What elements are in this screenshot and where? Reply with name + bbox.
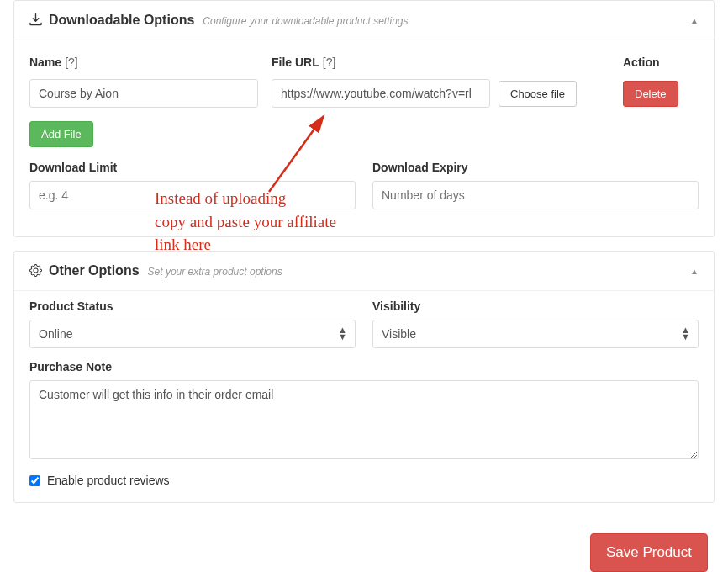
chevron-up-icon[interactable]: ▲ (690, 16, 699, 25)
gear-icon (29, 263, 42, 278)
panel-title-text: Downloadable Options (49, 13, 194, 28)
download-icon (29, 13, 42, 28)
download-limit-input[interactable] (29, 181, 356, 209)
download-expiry-label: Download Expiry (372, 161, 699, 174)
visibility-select[interactable] (372, 320, 699, 348)
help-icon[interactable]: [?] (323, 56, 336, 69)
panel-subtitle-text: Set your extra product options (148, 266, 282, 278)
downloadable-panel-header[interactable]: Downloadable Options Configure your down… (14, 1, 714, 40)
action-column-header: Action (623, 56, 660, 69)
download-limit-label: Download Limit (29, 161, 356, 174)
downloadable-panel-body: Name [?] File URL [?] Action (14, 40, 714, 236)
other-panel-header[interactable]: Other Options Set your extra product opt… (14, 252, 714, 290)
help-icon[interactable]: [?] (65, 56, 78, 69)
file-url-input[interactable] (272, 79, 490, 108)
enable-reviews-checkbox[interactable] (29, 475, 40, 486)
other-options-panel: Other Options Set your extra product opt… (13, 251, 715, 503)
name-column-header: Name (29, 56, 61, 69)
delete-button[interactable]: Delete (623, 81, 678, 107)
purchase-note-textarea[interactable] (29, 380, 699, 459)
other-panel-body: Product Status ▲▼ Visibility ▲▼ Purchase… (14, 290, 714, 502)
panel-title-text: Other Options (49, 263, 140, 278)
downloadable-options-panel: Downloadable Options Configure your down… (13, 0, 715, 237)
save-product-button[interactable]: Save Product (590, 533, 708, 572)
file-row: Choose file Delete (29, 79, 699, 116)
download-expiry-input[interactable] (372, 181, 699, 209)
file-url-column-header: File URL (272, 56, 319, 69)
panel-subtitle-text: Configure your downloadable product sett… (203, 15, 408, 27)
footer-actions: Save Product (0, 516, 728, 572)
chevron-up-icon[interactable]: ▲ (690, 267, 699, 276)
product-status-select[interactable] (29, 320, 356, 348)
purchase-note-label: Purchase Note (29, 360, 699, 373)
choose-file-button[interactable]: Choose file (499, 81, 577, 107)
add-file-button[interactable]: Add File (29, 121, 93, 147)
enable-reviews-label: Enable product reviews (47, 474, 170, 487)
visibility-label: Visibility (372, 299, 699, 313)
file-name-input[interactable] (29, 79, 258, 108)
product-status-label: Product Status (29, 299, 356, 313)
files-header-row: Name [?] File URL [?] Action (29, 49, 699, 79)
